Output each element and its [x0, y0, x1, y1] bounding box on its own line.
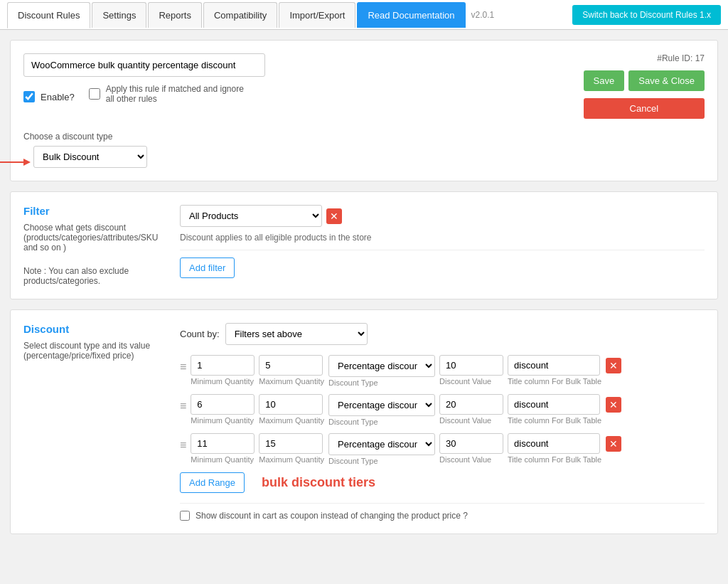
min-qty-label-2: Minimum Quantity [191, 416, 255, 425]
enable-label: Enable? [41, 92, 75, 102]
cancel-button[interactable]: Cancel [584, 98, 705, 119]
tab-import-export[interactable]: Import/Export [279, 2, 355, 28]
top-nav: Discount Rules Settings Reports Compatib… [0, 0, 728, 30]
max-qty-label-3: Maximum Quantity [259, 455, 324, 464]
filter-desc: Choose what gets discount(products/categ… [23, 223, 166, 253]
rule-name-input[interactable]: WooCommerce bulk quantity percentage dis… [23, 53, 265, 77]
remove-tier-2-button[interactable]: ✕ [606, 397, 621, 413]
count-by-select[interactable]: Filters set above Cart Quantity [225, 323, 368, 345]
discount-card: Discount Select discount type and its va… [10, 309, 718, 534]
max-qty-3[interactable] [259, 433, 323, 454]
discount-value-label-1: Discount Value [439, 377, 503, 386]
filter-hint: Discount applies to all eligible product… [180, 233, 705, 243]
drag-handle-3[interactable]: ≡ [180, 433, 186, 452]
add-range-button[interactable]: Add Range [180, 472, 245, 493]
apply-checkbox[interactable] [89, 88, 100, 100]
min-qty-2[interactable] [191, 394, 255, 415]
tier-title-3[interactable] [508, 433, 600, 454]
enable-checkbox[interactable] [23, 91, 35, 102]
min-qty-1[interactable] [191, 355, 255, 376]
save-close-button[interactable]: Save & Close [628, 70, 705, 91]
max-qty-label-2: Maximum Quantity [259, 416, 324, 425]
switch-back-button[interactable]: Switch back to Discount Rules 1.x [572, 5, 721, 25]
tier-title-label-2: Title column For Bulk Table [508, 416, 601, 425]
min-qty-label-1: Minimum Quantity [191, 377, 255, 386]
tab-settings[interactable]: Settings [92, 2, 146, 28]
remove-tier-3-button[interactable]: ✕ [606, 436, 621, 452]
discount-type-label-1: Discount Type [328, 378, 435, 387]
filter-title: Filter [23, 205, 166, 217]
tier-title-label-3: Title column For Bulk Table [508, 455, 601, 464]
min-qty-label-3: Minimum Quantity [191, 455, 255, 464]
filter-type-select[interactable]: All Products Specific Products Product C… [180, 205, 322, 227]
discount-value-1[interactable] [439, 355, 503, 376]
discount-type-1[interactable]: Percentage discount Fixed discount Fixed… [328, 355, 435, 377]
filter-note: Note : You can also excludeproducts/cate… [23, 266, 166, 286]
discount-type-label: Choose a discount type [23, 132, 705, 142]
discount-value-2[interactable] [439, 394, 503, 415]
drag-handle-1[interactable]: ≡ [180, 355, 186, 373]
apply-label: Apply this rule if matched and ignore al… [106, 84, 248, 104]
rule-id-label: #Rule ID: [657, 53, 692, 63]
discount-type-3[interactable]: Percentage discount Fixed discount Fixed… [328, 433, 435, 455]
drag-handle-2[interactable]: ≡ [180, 394, 186, 413]
discount-type-label-3: Discount Type [328, 457, 435, 465]
discount-value-label-3: Discount Value [439, 455, 503, 464]
add-filter-button[interactable]: Add filter [180, 258, 235, 278]
discount-type-2[interactable]: Percentage discount Fixed discount Fixed… [328, 394, 435, 416]
coupon-label: Show discount in cart as coupon instead … [196, 511, 468, 521]
rule-actions: #Rule ID: 17 Save Save & Close Cancel [584, 53, 705, 119]
min-qty-3[interactable] [191, 433, 255, 454]
tier-row-3: ≡ Minimum Quantity Maximum Quantity Perc… [180, 433, 705, 465]
tier-title-label-1: Title column For Bulk Table [508, 377, 601, 386]
discount-desc: Select discount type and its value(perce… [23, 341, 166, 361]
tier-title-2[interactable] [508, 394, 600, 415]
tab-read-documentation[interactable]: Read Documentation [357, 2, 465, 28]
tab-discount-rules[interactable]: Discount Rules [7, 2, 90, 28]
rule-id-value: 17 [695, 53, 705, 63]
discount-value-3[interactable] [439, 433, 503, 454]
tier-row-2: ≡ Minimum Quantity Maximum Quantity Perc… [180, 394, 705, 426]
remove-tier-1-button[interactable]: ✕ [606, 358, 621, 373]
bulk-tiers-label: bulk discount tiers [262, 475, 375, 490]
filter-card: Filter Choose what gets discount(product… [10, 191, 718, 299]
discount-title: Discount [23, 323, 166, 335]
tier-title-1[interactable] [508, 355, 600, 376]
discount-type-select[interactable]: Bulk Discount Simple Discount Buy X Get … [33, 146, 147, 168]
version-label: v2.0.1 [471, 10, 495, 20]
save-button[interactable]: Save [584, 70, 625, 91]
tab-compatibility[interactable]: Compatibility [203, 2, 277, 28]
discount-type-label-2: Discount Type [328, 418, 435, 426]
svg-marker-1 [23, 159, 31, 166]
tab-reports[interactable]: Reports [148, 2, 202, 28]
discount-value-label-2: Discount Value [439, 416, 503, 425]
max-qty-label-1: Maximum Quantity [259, 377, 324, 386]
coupon-checkbox[interactable] [180, 511, 190, 521]
rule-config-card: WooCommerce bulk quantity percentage dis… [10, 40, 718, 181]
remove-filter-button[interactable]: ✕ [326, 208, 342, 224]
count-by-label: Count by: [180, 329, 220, 339]
tier-row-1: ≡ Minimum Quantity Maximum Quantity Perc… [180, 355, 705, 387]
max-qty-2[interactable] [259, 394, 323, 415]
max-qty-1[interactable] [259, 355, 323, 376]
